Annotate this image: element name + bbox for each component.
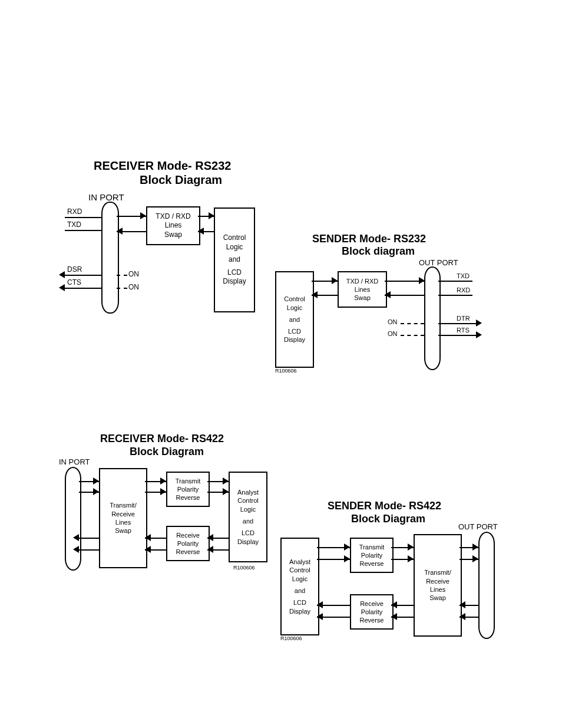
rx422-tx-box: Transmit Polarity Reverse: [166, 472, 210, 507]
tx422-ctrl-l6: Display: [289, 607, 310, 615]
tx232-dtr: DTR: [457, 315, 470, 322]
rx232-txd-label: TXD: [67, 220, 81, 229]
tx232-port-label: OUT PORT: [419, 258, 458, 267]
rx232-swap-l1: TXD / RXD: [156, 212, 190, 222]
rx422-ctrl-l5: LCD: [242, 529, 254, 537]
arrow-right-icon: [476, 319, 482, 327]
arrow-left-icon: [317, 601, 323, 608]
arrow-left-icon: [73, 546, 79, 553]
rx232-ctrl-l1: Control: [223, 233, 246, 243]
arrow-right-icon: [408, 555, 414, 562]
tx232-title-1: SENDER Mode- RS232: [312, 233, 426, 245]
arrow-left-icon: [145, 534, 151, 541]
tx232-ctrl-l5: Display: [284, 335, 305, 344]
line: [79, 549, 99, 551]
arrow-left-icon: [59, 271, 65, 278]
rx232-swap-l3: Swap: [164, 230, 182, 240]
arrow-left-icon: [207, 534, 213, 541]
arrow-right-icon: [344, 555, 350, 562]
line: [117, 275, 127, 276]
rx422-title-1: RECEIVER Mode- RS422: [100, 433, 224, 445]
tx232-ctrl-l4: LCD: [288, 327, 301, 335]
rx232-txd-line: [65, 230, 102, 231]
rx422-swap-l3: Lines: [115, 518, 131, 526]
tx232-port: [424, 266, 441, 370]
tx422-rx-l1: Receive: [360, 599, 384, 608]
arrow-left-icon: [317, 613, 323, 620]
rx422-swap-l1: Transmit/: [110, 501, 136, 509]
arrow-right-icon: [332, 277, 338, 284]
rx422-title-2: Block Diagram: [130, 446, 204, 458]
tx232-on2: ON: [388, 330, 398, 337]
arrow-right-icon: [344, 543, 350, 551]
arrow-right-icon: [223, 477, 229, 485]
rx422-swap-l4: Swap: [115, 526, 131, 535]
arrow-left-icon: [459, 601, 465, 608]
arrow-left-icon: [391, 601, 397, 608]
arrow-right-icon: [472, 555, 478, 562]
rx232-title-1: RECEIVER Mode- RS232: [94, 159, 231, 173]
rx422-rx-box: Receive Polarity Reverse: [166, 526, 210, 561]
tx422-port: [478, 532, 495, 639]
rx232-swap-l2: Lines: [165, 221, 182, 230]
rx232-ctrl-l3: and: [229, 255, 240, 265]
tx422-title-2: Block Diagram: [351, 513, 425, 525]
tx422-ctrl-box: Analyst Control Logic and LCD Display: [280, 538, 319, 635]
tx232-rts: RTS: [457, 327, 470, 334]
tx232-txd: TXD: [457, 272, 470, 279]
arrow-left-icon: [198, 228, 204, 235]
rx422-ctrl-l2: Control: [237, 496, 258, 505]
arrow-right-icon: [93, 488, 99, 495]
tx422-ctrl-l1: Analyst: [289, 558, 310, 566]
rx422-ctrl-box: Analyst Control Logic and LCD Display: [229, 472, 267, 562]
arrow-left-icon: [391, 613, 397, 620]
rx232-ctrl-l4: LCD: [227, 268, 242, 278]
rx232-dsr-label: DSR: [67, 265, 82, 274]
arrow-right-icon: [419, 277, 425, 284]
tx422-tx-l1: Transmit: [359, 543, 384, 551]
line: [385, 295, 425, 296]
tx232-on1: ON: [388, 318, 398, 325]
rx422-swap-box: Transmit/ Receive Lines Swap: [99, 468, 147, 568]
tx422-title-1: SENDER Mode- RS422: [328, 500, 441, 512]
rx422-port-label: IN PORT: [59, 457, 90, 466]
arrow-left-icon: [145, 546, 151, 553]
rx232-cts-line: [65, 288, 102, 289]
arrow-right-icon: [93, 477, 99, 485]
tx232-rxd: RXD: [457, 286, 470, 294]
rx422-ctrl-l6: Display: [237, 538, 259, 546]
tx422-ctrl-l2: Control: [289, 566, 310, 574]
rx422-ctrl-l3: Logic: [240, 505, 256, 513]
tx232-ctrl-l1: Control: [284, 295, 305, 303]
rx232-ctrl-l2: Logic: [226, 243, 243, 252]
arrow-left-icon: [117, 228, 123, 235]
rx422-port: [65, 467, 81, 571]
tx422-swap-l1: Transmit/: [424, 568, 451, 577]
rx232-cts-label: CTS: [67, 278, 81, 286]
arrow-left-icon: [59, 284, 65, 291]
tx232-title-2: Block diagram: [342, 245, 415, 258]
arrow-right-icon: [472, 543, 478, 551]
arrow-right-icon: [140, 212, 146, 219]
tx232-swap-l2: Lines: [355, 285, 370, 294]
rx422-tx-l3: Reverse: [176, 493, 200, 502]
arrow-left-icon: [459, 613, 465, 620]
line: [438, 323, 476, 324]
tx422-tx-l3: Reverse: [360, 559, 384, 568]
tx232-swap-l3: Swap: [354, 294, 371, 302]
line: [79, 538, 99, 539]
tx422-rx-l2: Polarity: [361, 608, 383, 616]
rx422-swap-l2: Receive: [111, 510, 135, 518]
tx422-tx-l2: Polarity: [361, 551, 383, 559]
arrow-right-icon: [160, 488, 166, 495]
tx422-rx-l3: Reverse: [360, 616, 384, 624]
rx232-port-label: IN PORT: [88, 192, 124, 202]
rx422-rx-l1: Receive: [176, 531, 200, 539]
arrow-right-icon: [408, 543, 414, 551]
rx232-dsr-line: [65, 275, 102, 276]
arrow-right-icon: [209, 212, 214, 219]
line: [438, 281, 472, 282]
rx422-tx-l2: Polarity: [177, 485, 199, 493]
rx232-title-2: Block Diagram: [140, 173, 222, 187]
tx422-rx-box: Receive Polarity Reverse: [350, 594, 394, 630]
